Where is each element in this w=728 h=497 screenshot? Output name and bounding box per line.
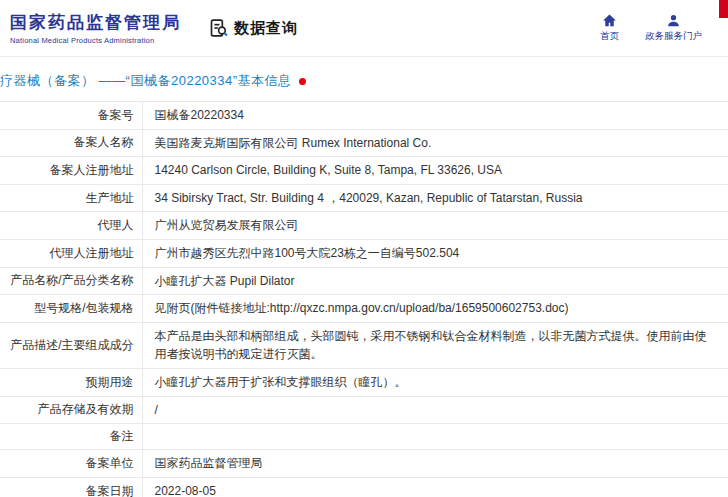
data-query-icon: [209, 18, 229, 38]
row-value: [142, 424, 728, 450]
row-value: 见附页(附件链接地址:http://qxzc.nmpa.gov.cn/uploa…: [142, 295, 728, 323]
table-row: 备案人名称美国路麦克斯国际有限公司 Rumex International Co…: [0, 129, 728, 157]
row-value: 国械备20220334: [142, 102, 728, 130]
page-title: 疗器械（备案） ——“国械备20220334”基本信息: [0, 72, 292, 90]
row-value: 小瞳孔扩大器用于扩张和支撑眼组织（瞳孔）。: [142, 368, 728, 396]
row-value: 14240 Carlson Circle, Building K, Suite …: [142, 157, 728, 185]
header-nav: 首页 政务服务门户: [600, 13, 702, 43]
table-row: 产品名称/产品分类名称小瞳孔扩大器 Pupil Dilator: [0, 267, 728, 295]
home-icon: [602, 13, 617, 28]
row-value: 2022-08-05: [142, 477, 728, 497]
row-value: 本产品是由头部和柄部组成，头部圆钝，采用不锈钢和钛合金材料制造，以非无菌方式提供…: [142, 322, 728, 368]
table-row: 生产地址34 Sibirsky Tract, Str. Building 4 ，…: [0, 184, 728, 212]
nav-home-label: 首页: [600, 30, 619, 43]
table-row: 型号规格/包装规格见附页(附件链接地址:http://qxzc.nmpa.gov…: [0, 295, 728, 323]
row-label: 预期用途: [0, 368, 142, 396]
red-dot-icon: [299, 78, 306, 85]
row-label: 产品存储及有效期: [0, 396, 142, 424]
nav-portal[interactable]: 政务服务门户: [645, 13, 702, 43]
table-row: 备案人注册地址14240 Carlson Circle, Building K,…: [0, 157, 728, 185]
page-header: 国家药品监督管理局 National Medical Products Admi…: [0, 0, 728, 57]
table-row: 备案号国械备20220334: [0, 102, 728, 130]
table-row: 备案日期2022-08-05: [0, 477, 728, 497]
org-name-en: National Medical Products Administration: [10, 36, 181, 45]
table-row: 预期用途小瞳孔扩大器用于扩张和支撑眼组织（瞳孔）。: [0, 368, 728, 396]
row-label: 备案日期: [0, 477, 142, 497]
row-label: 备案人注册地址: [0, 157, 142, 185]
org-name-cn: 国家药品监督管理局: [10, 11, 181, 34]
info-table-body: 备案号国械备20220334备案人名称美国路麦克斯国际有限公司 Rumex In…: [0, 102, 728, 497]
row-value: 美国路麦克斯国际有限公司 Rumex International Co.: [142, 129, 728, 157]
table-row: 备注: [0, 424, 728, 450]
table-row: 备案单位国家药品监督管理局: [0, 450, 728, 478]
row-label: 备案号: [0, 102, 142, 130]
nmpa-logo: 国家药品监督管理局 National Medical Products Admi…: [10, 11, 181, 45]
table-row: 代理人注册地址广州市越秀区先烈中路100号大院23栋之一自编号502.504: [0, 239, 728, 267]
row-label: 生产地址: [0, 184, 142, 212]
page-title-bar: 疗器械（备案） ——“国械备20220334”基本信息: [0, 57, 728, 101]
nav-home[interactable]: 首页: [600, 13, 619, 43]
row-label: 代理人: [0, 212, 142, 240]
row-label: 产品描述/主要组成成分: [0, 322, 142, 368]
row-value: /: [142, 396, 728, 424]
row-label: 备注: [0, 424, 142, 450]
table-row: 产品描述/主要组成成分本产品是由头部和柄部组成，头部圆钝，采用不锈钢和钛合金材料…: [0, 322, 728, 368]
row-label: 型号规格/包装规格: [0, 295, 142, 323]
row-value: 广州市越秀区先烈中路100号大院23栋之一自编号502.504: [142, 239, 728, 267]
user-icon: [666, 13, 681, 28]
row-label: 代理人注册地址: [0, 239, 142, 267]
row-label: 备案人名称: [0, 129, 142, 157]
info-table: 备案号国械备20220334备案人名称美国路麦克斯国际有限公司 Rumex In…: [0, 101, 728, 497]
row-value: 小瞳孔扩大器 Pupil Dilator: [142, 267, 728, 295]
row-label: 备案单位: [0, 450, 142, 478]
table-row: 产品存储及有效期/: [0, 396, 728, 424]
table-row: 代理人广州从览贸易发展有限公司: [0, 212, 728, 240]
row-label: 产品名称/产品分类名称: [0, 267, 142, 295]
section-title: 数据查询: [234, 19, 298, 38]
nav-portal-label: 政务服务门户: [645, 30, 702, 43]
row-value: 34 Sibirsky Tract, Str. Building 4 ，4200…: [142, 184, 728, 212]
corner-accent: [719, 0, 728, 18]
section-header: 数据查询: [209, 18, 298, 38]
row-value: 广州从览贸易发展有限公司: [142, 212, 728, 240]
row-value: 国家药品监督管理局: [142, 450, 728, 478]
